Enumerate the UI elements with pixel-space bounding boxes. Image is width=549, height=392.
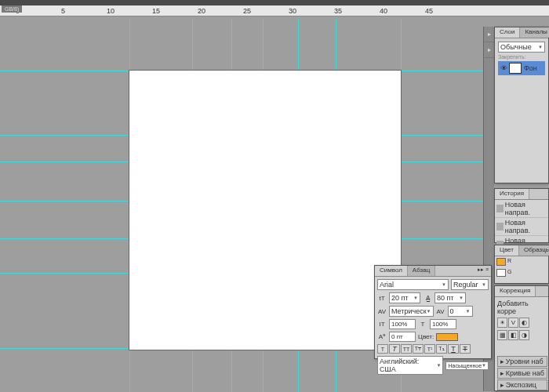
- panel-menu-icon[interactable]: ▸▸ ≡: [475, 266, 491, 276]
- preset-link[interactable]: ▸ Кривые наб: [497, 368, 547, 379]
- layer-thumbnail[interactable]: [509, 63, 522, 74]
- adjustment-icon[interactable]: ▦: [497, 330, 507, 340]
- strikethrough-button[interactable]: T: [460, 344, 471, 354]
- ruler-tick: 25: [243, 7, 289, 15]
- tab-layers[interactable]: Слои: [495, 27, 520, 38]
- ruler-tick: 40: [380, 7, 425, 15]
- vertical-scale-input[interactable]: 100%: [389, 319, 416, 329]
- bold-button[interactable]: T: [377, 344, 388, 354]
- font-family-select[interactable]: Arial▼: [377, 279, 449, 290]
- layer-row[interactable]: 👁 Фон: [498, 61, 545, 75]
- add-adjustment-label: Добавить корре: [497, 299, 546, 315]
- tab-paragraph[interactable]: Абзац: [408, 266, 435, 276]
- history-step-icon: [496, 205, 504, 212]
- tab-swatches[interactable]: Образцы: [519, 245, 549, 256]
- adjustment-icon[interactable]: ◑: [519, 330, 529, 340]
- ruler-tick: 20: [198, 7, 243, 15]
- baseline-icon: Aª: [377, 333, 387, 341]
- adjustment-icon[interactable]: ☀: [497, 318, 507, 328]
- tab-color[interactable]: Цвет: [495, 245, 519, 256]
- ruler-tick: 45: [425, 7, 471, 15]
- chevron-down-icon: ▼: [538, 45, 543, 49]
- text-color-swatch[interactable]: [436, 333, 458, 341]
- ruler-tick: 15: [152, 7, 198, 15]
- channel-label: G: [507, 269, 511, 277]
- color-panel: Цвет Образцы R G: [494, 245, 549, 284]
- blend-mode-select[interactable]: Обычные▼: [498, 42, 545, 53]
- ruler-tick: 5: [61, 7, 107, 15]
- kerning-select[interactable]: Метрическ▼: [389, 306, 434, 317]
- preset-link[interactable]: ▸ Экспозиц: [497, 379, 547, 390]
- chevron-down-icon: ▼: [442, 282, 446, 287]
- tab-adjustments[interactable]: Коррекция: [495, 286, 536, 296]
- underline-button[interactable]: T: [448, 344, 459, 354]
- ruler-tick: 0: [16, 7, 61, 15]
- channel-label: R: [507, 258, 511, 266]
- window-titlebar: [0, 0, 549, 5]
- collapsed-panel-icon[interactable]: ▸: [484, 42, 494, 58]
- leading-icon: A̲: [423, 294, 432, 302]
- chevron-down-icon: ▼: [482, 282, 486, 287]
- vscale-icon: IT: [377, 321, 387, 328]
- horizontal-scale-input[interactable]: 100%: [430, 319, 456, 329]
- history-step[interactable]: Новая направ.: [495, 200, 548, 218]
- subscript-button[interactable]: T₁: [436, 344, 447, 354]
- adjustment-icon[interactable]: ◐: [519, 318, 529, 328]
- collapsed-panel-icon[interactable]: ▸: [484, 27, 494, 42]
- tab-history[interactable]: История: [495, 189, 529, 199]
- adjustment-icon[interactable]: ◧: [508, 330, 518, 340]
- superscript-button[interactable]: T¹: [424, 344, 435, 354]
- font-size-input[interactable]: 20 пт▼: [389, 292, 420, 303]
- font-size-icon: tT: [377, 294, 387, 302]
- adjustment-icon[interactable]: V: [508, 318, 518, 328]
- background-swatch[interactable]: [496, 269, 506, 277]
- document-tab[interactable]: GB/8): [2, 5, 22, 13]
- ruler-horizontal[interactable]: 0 5 10 15 20 25 30 35 40 45: [0, 5, 549, 16]
- visibility-eye-icon[interactable]: 👁: [500, 64, 507, 72]
- allcaps-button[interactable]: TT: [401, 344, 412, 354]
- antialias-select[interactable]: Насыщенное▼: [445, 361, 489, 370]
- tab-channels[interactable]: Каналы: [520, 27, 549, 38]
- tab-character[interactable]: Символ: [375, 266, 408, 276]
- smallcaps-button[interactable]: Tᴛ: [413, 344, 424, 354]
- preset-links: ▸ Уровни наб ▸ Кривые наб ▸ Экспозиц: [497, 355, 547, 390]
- lock-label: Закрепить:: [498, 54, 545, 60]
- character-panel: Символ Абзац ▸▸ ≡ Arial▼ Regular▼ tT 20 …: [374, 265, 492, 359]
- ruler-tick: 10: [107, 7, 152, 15]
- font-style-select[interactable]: Regular▼: [451, 279, 489, 290]
- layers-panel: Слои Каналы Кон Обычные▼ Закрепить: 👁 Фо…: [494, 27, 549, 183]
- language-select[interactable]: Английский: США▼: [377, 356, 443, 375]
- kerning-icon: AV: [377, 307, 387, 315]
- ruler-tick: 35: [334, 7, 380, 15]
- layer-name: Фон: [524, 64, 537, 72]
- artboard[interactable]: [129, 71, 401, 350]
- preset-link[interactable]: ▸ Уровни наб: [497, 356, 547, 367]
- history-step[interactable]: Новая направ.: [495, 218, 548, 236]
- tracking-input[interactable]: 0▼: [448, 306, 473, 317]
- tracking-icon: AV: [436, 307, 445, 315]
- foreground-swatch[interactable]: [496, 258, 506, 266]
- hscale-icon: T: [418, 321, 427, 328]
- baseline-shift-input[interactable]: 0 пт: [389, 332, 416, 342]
- color-label: Цвет:: [418, 333, 434, 340]
- history-panel: История Новая направ. Новая направ. Нова…: [494, 188, 549, 243]
- ruler-tick: 30: [289, 7, 334, 15]
- history-step-icon: [496, 223, 504, 230]
- leading-input[interactable]: 80 пт▼: [434, 292, 466, 303]
- italic-button[interactable]: T: [389, 344, 400, 354]
